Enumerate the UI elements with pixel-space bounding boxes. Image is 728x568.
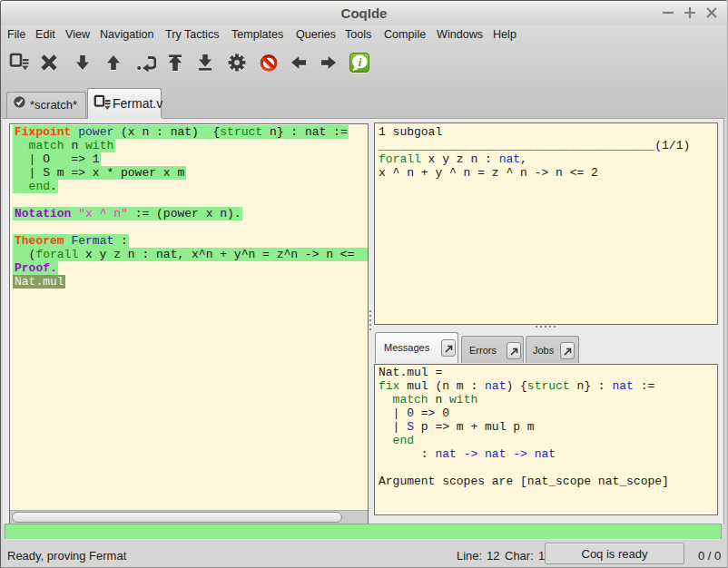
svg-text:i: i	[359, 55, 362, 69]
